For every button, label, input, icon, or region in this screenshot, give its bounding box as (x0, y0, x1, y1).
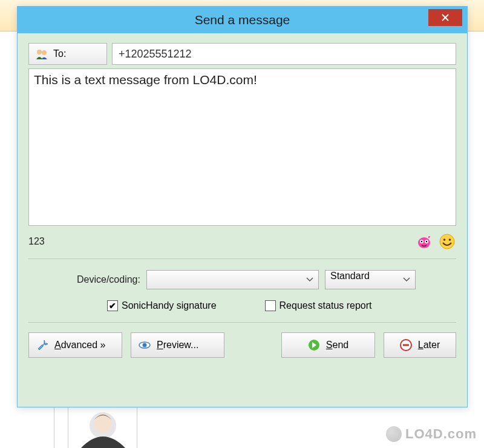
svg-point-16 (143, 343, 147, 348)
spacer (233, 332, 273, 358)
creature-icon (416, 233, 433, 250)
preview-label: Preview... (157, 340, 198, 351)
device-label: Device/coding: (77, 274, 140, 285)
watermark: LO4D.com (386, 426, 477, 442)
later-label: Later (418, 340, 440, 351)
svg-point-13 (443, 239, 446, 241)
watermark-orb-icon (386, 426, 402, 442)
signature-checkbox[interactable]: ✔ SonicHandy signature (107, 300, 217, 311)
emoji-creature-button[interactable] (415, 232, 433, 251)
send-button[interactable]: Send (281, 332, 375, 358)
checkbox-row: ✔ SonicHandy signature Request status re… (28, 300, 456, 311)
checkbox-box (265, 300, 276, 311)
emoji-row (415, 232, 456, 251)
device-row: Device/coding: Standard (28, 270, 456, 289)
svg-point-11 (426, 241, 427, 242)
dialog-titlebar: Send a message (18, 7, 467, 33)
close-button[interactable] (428, 9, 462, 26)
to-input[interactable] (112, 43, 456, 65)
to-button[interactable]: To: (28, 43, 107, 65)
coding-value: Standard (330, 271, 370, 281)
recipient-row: To: (28, 43, 456, 65)
svg-point-7 (418, 237, 430, 248)
divider-1 (28, 259, 456, 259)
send-label: Send (326, 340, 348, 351)
dialog-title: Send a message (18, 13, 467, 27)
send-message-dialog: Send a message To: This is a text messag… (17, 6, 468, 407)
signature-label: SonicHandy signature (122, 300, 217, 311)
svg-rect-19 (403, 344, 409, 346)
advanced-label: Advanced » (54, 340, 106, 351)
divider-2 (28, 322, 456, 323)
watermark-text: LO4D.com (405, 426, 477, 442)
send-arrow-icon (308, 339, 320, 351)
later-button[interactable]: Later (384, 332, 456, 358)
svg-point-5 (37, 50, 42, 54)
close-icon (442, 14, 449, 21)
chevron-down-icon (403, 277, 410, 282)
eye-icon (139, 339, 151, 351)
svg-point-2 (94, 413, 111, 433)
stop-icon (400, 339, 412, 351)
background-right-strip (472, 31, 484, 395)
status-report-label: Request status report (280, 300, 372, 311)
checkbox-box: ✔ (107, 300, 118, 311)
svg-point-14 (449, 239, 451, 241)
emoji-smile-button[interactable] (438, 232, 456, 251)
button-row: Advanced » Preview... Send (28, 332, 456, 358)
coding-select[interactable]: Standard (325, 270, 416, 289)
message-textarea[interactable]: This is a text message from LO4D.com! (28, 68, 456, 226)
contacts-icon (35, 47, 48, 61)
dialog-body: To: This is a text message from LO4D.com… (18, 33, 467, 407)
advanced-button[interactable]: Advanced » (28, 332, 122, 358)
preview-button[interactable]: Preview... (131, 332, 224, 358)
char-count: 123 (28, 236, 45, 247)
status-report-checkbox[interactable]: Request status report (265, 300, 372, 311)
svg-point-12 (440, 234, 454, 249)
svg-point-10 (421, 241, 422, 242)
count-row: 123 (28, 232, 456, 251)
device-select[interactable] (146, 270, 319, 289)
svg-point-6 (42, 50, 47, 55)
smile-icon (439, 233, 456, 250)
to-label: To: (53, 48, 66, 59)
wrench-icon (36, 339, 48, 351)
chevron-down-icon (306, 277, 313, 282)
